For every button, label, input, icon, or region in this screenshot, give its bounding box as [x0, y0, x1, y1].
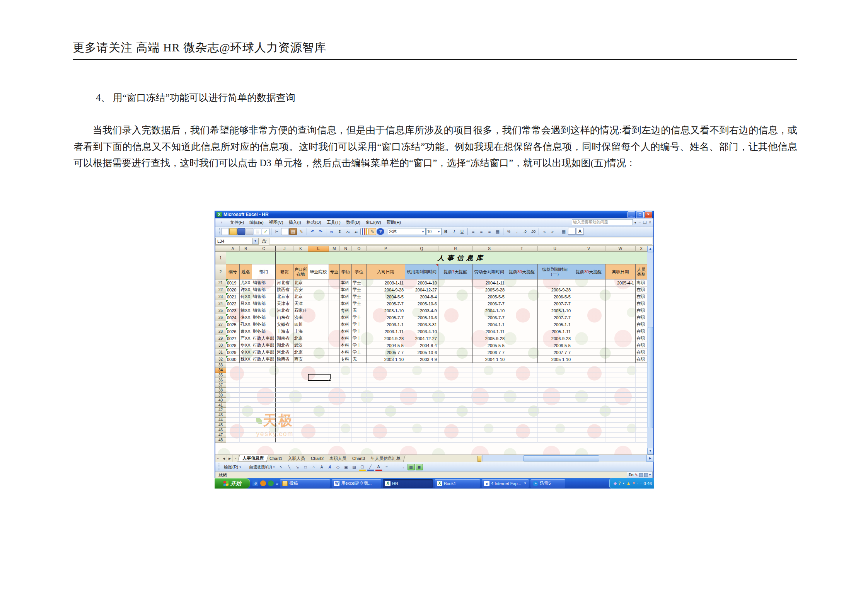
cell-V32[interactable]	[572, 356, 605, 363]
cell-P38[interactable]	[367, 388, 405, 393]
cell-A39[interactable]	[226, 393, 240, 398]
cell-J24[interactable]: 天津市	[276, 300, 293, 307]
cell-X26[interactable]: 在职	[636, 314, 647, 321]
cell-B23[interactable]: 何XX	[240, 293, 252, 300]
cell-T46[interactable]	[506, 428, 538, 433]
cell-S32[interactable]: 2004-1-10	[473, 356, 506, 363]
cell-T40[interactable]	[506, 398, 538, 403]
cell-U26[interactable]: 2007-7-7	[538, 314, 572, 321]
cell-Q26[interactable]: 2005-10-6	[405, 314, 438, 321]
cell-O48[interactable]	[352, 438, 367, 443]
cell-L48[interactable]	[308, 438, 329, 443]
cell-V39[interactable]	[572, 393, 605, 398]
cell-V29[interactable]	[572, 335, 605, 342]
cell-O22[interactable]: 学士	[352, 286, 367, 293]
cell-X22[interactable]: 在职	[636, 286, 647, 293]
cell-J46[interactable]	[276, 428, 293, 433]
cell-N45[interactable]	[340, 423, 352, 428]
display-tray-icon[interactable]: ▭	[637, 481, 641, 485]
preview-icon[interactable]: ░	[254, 228, 261, 235]
cell-B38[interactable]	[240, 388, 252, 393]
row-header-44[interactable]: 44	[215, 418, 226, 423]
cell-O43[interactable]	[352, 413, 367, 418]
cell-C32[interactable]: 行政人事部	[252, 356, 276, 363]
drawing-icon[interactable]: ✎	[368, 228, 376, 235]
cell-S44[interactable]	[473, 418, 506, 423]
cell-T42[interactable]	[506, 408, 538, 413]
cell-L43[interactable]	[308, 413, 329, 418]
row-header-42[interactable]: 42	[215, 408, 226, 413]
cell-R47[interactable]	[438, 433, 473, 438]
cell-T25[interactable]	[506, 307, 538, 314]
cell-W42[interactable]	[605, 408, 636, 413]
menu-item[interactable]: 窗口(W)	[363, 220, 384, 225]
menu-item[interactable]: 帮助(H)	[384, 220, 404, 225]
cell-U32[interactable]: 2005-1-10	[538, 356, 572, 363]
column-header-Q[interactable]: Q	[405, 246, 438, 252]
cell-M22[interactable]	[329, 286, 340, 293]
cell-R22[interactable]	[438, 286, 473, 293]
cell-O23[interactable]: 学士	[352, 293, 367, 300]
dec-dec-icon[interactable]: .00	[529, 228, 537, 235]
cell-A35[interactable]	[226, 373, 240, 378]
autoshapes-button[interactable]: 自选图形(U) ▾	[247, 464, 276, 470]
cell-T33[interactable]	[506, 363, 538, 368]
cell-W40[interactable]	[605, 398, 636, 403]
cell-C27[interactable]: 财务部	[252, 321, 276, 328]
cell-R33[interactable]	[438, 363, 473, 368]
cell-A33[interactable]	[226, 363, 240, 368]
cell-O39[interactable]	[352, 393, 367, 398]
field-header-X[interactable]: 人员类别	[636, 264, 647, 279]
sheet-tab-入职人员[interactable]: 入职人员	[283, 455, 310, 462]
cell-M42[interactable]	[329, 408, 340, 413]
cell-Q48[interactable]	[405, 438, 438, 443]
book-restore-icon[interactable]: ❏	[642, 220, 647, 225]
cell-P45[interactable]	[367, 423, 405, 428]
cell-V22[interactable]	[572, 286, 605, 293]
cell-U36[interactable]	[538, 378, 572, 383]
cell-B48[interactable]	[240, 438, 252, 443]
cell-P25[interactable]: 2003-1-10	[367, 307, 405, 314]
name-box-dropdown-icon[interactable]: ▼	[252, 238, 259, 245]
row-header-47[interactable]: 47	[215, 433, 226, 438]
cell-N43[interactable]	[340, 413, 352, 418]
font-size-combo[interactable]: 10 ▼	[426, 228, 442, 235]
cell-R43[interactable]	[438, 413, 473, 418]
cell-C43[interactable]	[252, 413, 276, 418]
cell-L38[interactable]	[308, 388, 329, 393]
cell-R37[interactable]	[438, 383, 473, 388]
cell-S33[interactable]	[473, 363, 506, 368]
cell-P42[interactable]	[367, 408, 405, 413]
cell-B43[interactable]	[240, 413, 252, 418]
underline-icon[interactable]: U	[458, 228, 466, 235]
cell-U28[interactable]: 2005-1-11	[538, 328, 572, 335]
cell-B31[interactable]: 全XX	[240, 349, 252, 356]
cell-N41[interactable]	[340, 403, 352, 408]
cell-W26[interactable]	[605, 314, 636, 321]
cell-N44[interactable]	[340, 418, 352, 423]
cell-R35[interactable]	[438, 373, 473, 378]
quick-launch-overflow-icon[interactable]: »	[276, 481, 278, 486]
cell-S43[interactable]	[473, 413, 506, 418]
cell-R34[interactable]	[438, 368, 473, 373]
cell-L27[interactable]	[308, 321, 329, 328]
cell-X28[interactable]: 在职	[636, 328, 647, 335]
cell-T31[interactable]	[506, 349, 538, 356]
cell-R42[interactable]	[438, 408, 473, 413]
align-center-icon[interactable]: ≡	[477, 228, 485, 235]
cell-K42[interactable]	[293, 408, 308, 413]
cell-M39[interactable]	[329, 393, 340, 398]
cell-L45[interactable]	[308, 423, 329, 428]
cell-N38[interactable]	[340, 388, 352, 393]
cell-M48[interactable]	[329, 438, 340, 443]
open-icon[interactable]	[229, 228, 237, 235]
cell-M21[interactable]	[329, 279, 340, 286]
cell-Q31[interactable]: 2005-10-6	[405, 349, 438, 356]
cell-W45[interactable]	[605, 423, 636, 428]
field-header-R[interactable]: 提前7天提醒	[438, 264, 473, 279]
taskbar-button-4 Internet Exp...[interactable]: e4 Internet Exp...▼	[482, 479, 529, 488]
cell-M25[interactable]	[329, 307, 340, 314]
cell-T37[interactable]	[506, 383, 538, 388]
menu-item[interactable]: 工具(T)	[324, 220, 343, 225]
cell-M46[interactable]	[329, 428, 340, 433]
